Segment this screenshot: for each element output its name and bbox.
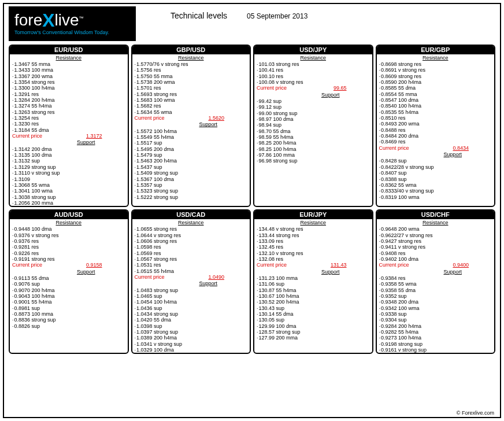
- level-row: 1.5357 sup: [135, 182, 248, 188]
- support-list: 1.5572 100 h4ma1.5549 55 h4ma1.5517 sup1…: [132, 128, 250, 200]
- level-row: 1.5770/76 v strong res: [135, 61, 248, 67]
- level-row: 1.3367 200 wma: [12, 73, 125, 79]
- current-price-row: Current price0.8434: [377, 145, 495, 151]
- level-row: 1.0329 100 dma: [135, 347, 248, 353]
- level-row: 1.3467 55 mma: [12, 61, 125, 67]
- level-row: 0.9282 55 h4ma: [379, 329, 492, 335]
- level-row: 0.9226 res: [12, 250, 125, 256]
- level-row: 1.5750 55 mma: [135, 73, 248, 79]
- brand-x: X: [42, 10, 54, 31]
- level-row: 1.2056 200 mma: [12, 200, 125, 206]
- support-list: 99.42 sup99.12 sup99.00 strong sup98.97 …: [254, 98, 372, 164]
- current-price-value: 0.9400: [453, 262, 469, 268]
- current-price-row: Current price131.43: [254, 262, 372, 268]
- level-row: 1.0389 200 h4ma: [135, 335, 248, 341]
- resistance-list: 1.3467 55 mma1.3433 100 mma1.3367 200 wm…: [10, 61, 128, 133]
- level-row: 1.0531 res: [135, 262, 248, 268]
- pair-grid: EUR/USDResistance1.3467 55 mma1.3433 100…: [4, 41, 500, 354]
- level-row: 1.0465 sup: [135, 293, 248, 299]
- level-row: 0.9427 strong res: [379, 238, 492, 244]
- brand-pre: fore: [14, 11, 42, 29]
- level-row: 1.5682 res: [135, 103, 248, 109]
- level-row: 98.25 100 h4ma: [257, 146, 370, 152]
- level-row: 1.5409 strong sup: [135, 170, 248, 176]
- level-row: 0.8691 v strong res: [379, 67, 492, 73]
- level-row: 98.94 sup: [257, 122, 370, 128]
- title-block: Technical levels 05 September 2013: [136, 6, 495, 20]
- level-row: 1.5549 55 h4ma: [135, 134, 248, 140]
- level-row: 1.0398 sup: [135, 323, 248, 329]
- level-row: 1.3254 res: [12, 115, 125, 121]
- level-row: 1.5367 100 dma: [135, 176, 248, 182]
- level-row: 98.59 55 h4ma: [257, 134, 370, 140]
- level-row: 0.9358 55 dma: [379, 287, 492, 293]
- level-row: 1.5517 sup: [135, 140, 248, 146]
- level-row: 0.8333/40 v strong sup: [379, 188, 492, 194]
- level-row: 100.10 res: [257, 73, 370, 79]
- level-row: 1.0644 v strong res: [135, 232, 248, 238]
- pair-symbol: EUR/GBP: [377, 46, 495, 54]
- current-price-value: 99.65: [333, 85, 347, 91]
- level-row: 0.8469 res: [379, 139, 492, 145]
- level-row: 0.9191 strong res: [12, 256, 125, 262]
- support-label: Support: [10, 139, 128, 146]
- current-price-label: Current price: [257, 262, 287, 268]
- brand-tagline: Tomorrow's Conventional Wisdom Today.: [14, 29, 130, 35]
- level-row: 1.5701 res: [135, 85, 248, 91]
- current-price-value: 1.5620: [208, 115, 224, 121]
- resistance-label: Resistance: [132, 219, 250, 226]
- level-row: 0.9408 res: [379, 250, 492, 256]
- level-row: 0.9001 55 h4ma: [12, 299, 125, 305]
- level-row: 0.9070 200 h4ma: [12, 287, 125, 293]
- level-row: 0.9342 100 wma: [379, 305, 492, 311]
- current-price-row: Current price1.5620: [132, 115, 250, 121]
- level-row: 1.3041 100 wma: [12, 188, 125, 194]
- current-price-row: Current price1.0490: [132, 274, 250, 280]
- level-row: 0.9358 55 wma: [379, 281, 492, 287]
- resistance-label: Resistance: [377, 54, 495, 61]
- level-row: 0.9352 sup: [379, 293, 492, 299]
- level-row: 99.42 sup: [257, 98, 370, 104]
- level-row: 1.5479 sup: [135, 152, 248, 158]
- level-row: 1.0606 strong res: [135, 238, 248, 244]
- level-row: 0.8388 sup: [379, 176, 492, 182]
- level-row: 132.08 res: [257, 256, 370, 262]
- pair-card: GBP/USDResistance1.5770/76 v strong res1…: [131, 45, 251, 207]
- current-price-row: Current price1.3172: [10, 133, 128, 139]
- level-row: 130.05 sup: [257, 317, 370, 323]
- support-list: 0.9113 55 dma0.9076 sup0.9070 200 h4ma0.…: [10, 275, 128, 329]
- level-row: 0.8362 55 wma: [379, 182, 492, 188]
- pair-symbol: USD/CHF: [377, 211, 495, 219]
- pair-card: EUR/USDResistance1.3467 55 mma1.3433 100…: [9, 45, 129, 207]
- page-title: Technical levels: [171, 11, 227, 20]
- level-row: 1.5693 strong res: [135, 91, 248, 97]
- level-row: 0.8540 100 h4ma: [379, 103, 492, 109]
- level-row: 130.43 sup: [257, 305, 370, 311]
- brand-post: live: [55, 11, 79, 29]
- resistance-list: 0.9648 200 wma0.9622/27 v strong res0.94…: [377, 226, 495, 262]
- level-row: 100.41 res: [257, 67, 370, 73]
- resistance-list: 1.0655 strong res1.0644 v strong res1.06…: [132, 226, 250, 274]
- level-row: 1.0434 strong sup: [135, 311, 248, 317]
- level-row: 1.0341 v strong sup: [135, 341, 248, 347]
- level-row: 0.8609 strong res: [379, 73, 492, 79]
- resistance-label: Resistance: [254, 219, 372, 226]
- level-row: 0.9348 200 dma: [379, 299, 492, 305]
- level-row: 133.44 strong res: [257, 232, 370, 238]
- level-row: 0.8836 strong sup: [12, 317, 125, 323]
- level-row: 1.0454 100 h4ma: [135, 299, 248, 305]
- header: foreXlive™ Tomorrow's Conventional Wisdo…: [4, 4, 500, 41]
- level-row: 0.9338 sup: [379, 311, 492, 317]
- level-row: 98.70 55 dma: [257, 128, 370, 134]
- level-row: 0.8698 strong res: [379, 61, 492, 67]
- level-row: 1.3038 strong sup: [12, 194, 125, 200]
- brand-name: foreXlive™: [14, 10, 130, 28]
- current-price-label: Current price: [12, 262, 42, 268]
- resistance-label: Resistance: [132, 54, 250, 61]
- support-list: 0.8428 sup0.8422/28 v strong sup0.8407 s…: [377, 158, 495, 200]
- level-row: 98.25 200 h4ma: [257, 140, 370, 146]
- level-row: 1.0483 strong sup: [135, 287, 248, 293]
- resistance-label: Resistance: [10, 219, 128, 226]
- level-row: 99.00 strong sup: [257, 110, 370, 116]
- level-row: 0.9198 strong sup: [379, 341, 492, 347]
